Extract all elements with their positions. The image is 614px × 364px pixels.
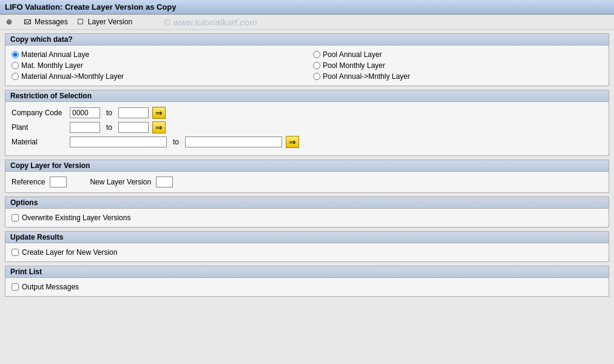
section-print-list-body: Output Messages: [5, 278, 609, 296]
layer-version-label: Layer Version: [88, 18, 132, 26]
section-update-results-body: Create Layer for New Version: [5, 243, 609, 261]
radio-mat-annual-layer[interactable]: Material Annual Laye: [12, 50, 301, 59]
section-copy-layer: Copy Layer for Version Reference New Lay…: [5, 160, 609, 193]
messages-icon: 🖂: [22, 16, 33, 27]
checkbox-overwrite-label: Overwrite Existing Layer Versions: [22, 214, 130, 222]
radio-mat-monthly-layer-label: Mat. Monthly Layer: [21, 61, 83, 70]
to-label-company-code: to: [106, 109, 112, 117]
radio-mat-monthly-layer[interactable]: Mat. Monthly Layer: [12, 61, 301, 70]
radio-mat-annual-monthly-input[interactable]: [12, 73, 19, 80]
layer-version-icon: ☐: [75, 16, 86, 27]
toolbar-messages[interactable]: 🖂 Messages: [22, 16, 68, 27]
arrow-btn-material[interactable]: ⇒: [286, 136, 299, 148]
label-plant: Plant: [12, 123, 66, 132]
radio-pool-annual-monthly[interactable]: Pool Annual->Mnthly Layer: [313, 72, 602, 81]
radio-mat-annual-layer-input[interactable]: [12, 51, 19, 58]
toolbar-back[interactable]: ⊕: [4, 16, 15, 27]
section-restriction-title: Restriction of Selection: [5, 90, 609, 102]
checkbox-overwrite-item[interactable]: Overwrite Existing Layer Versions: [12, 214, 602, 222]
arrow-btn-plant[interactable]: ⇒: [152, 121, 166, 133]
input-company-code-from[interactable]: [70, 107, 100, 118]
checkbox-create-layer-item[interactable]: Create Layer for New Version: [12, 248, 602, 257]
section-print-list-title: Print List: [5, 266, 609, 278]
toolbar: ⊕ 🖂 Messages ☐ Layer Version © www.tutor…: [0, 15, 614, 30]
toolbar-layer-version[interactable]: ☐ Layer Version: [75, 16, 132, 27]
row-material: Material to ⇒: [12, 136, 602, 148]
radio-pool-annual-monthly-label: Pool Annual->Mnthly Layer: [323, 72, 410, 81]
messages-label: Messages: [35, 18, 68, 26]
row-plant: Plant to ⇒: [12, 121, 602, 133]
to-label-plant: to: [106, 123, 112, 132]
radio-mat-annual-monthly[interactable]: Material Annual->Monthly Layer: [12, 72, 301, 81]
section-options-title: Options: [5, 197, 609, 209]
radio-pool-monthly-layer[interactable]: Pool Monthly Layer: [313, 61, 602, 70]
input-material-to[interactable]: [185, 136, 282, 147]
copy-layer-row: Reference New Layer Version: [12, 177, 602, 187]
radio-group-copy: Material Annual Laye Pool Annual Layer M…: [12, 50, 602, 81]
new-layer-label: New Layer Version: [90, 178, 151, 186]
section-options-body: Overwrite Existing Layer Versions: [5, 209, 609, 227]
input-company-code-to[interactable]: [118, 107, 149, 118]
checkbox-output-messages-label: Output Messages: [22, 283, 79, 291]
label-company-code: Company Code: [12, 109, 66, 117]
section-update-results-title: Update Results: [5, 232, 609, 243]
radio-pool-annual-monthly-input[interactable]: [313, 73, 320, 80]
arrow-btn-company-code[interactable]: ⇒: [152, 107, 166, 119]
radio-mat-monthly-layer-input[interactable]: [12, 62, 19, 69]
checkbox-create-layer-label: Create Layer for New Version: [22, 248, 117, 257]
radio-mat-annual-monthly-label: Material Annual->Monthly Layer: [21, 72, 124, 81]
title-text: LIFO Valuation: Create Layer Version as …: [5, 2, 176, 12]
checkbox-output-messages[interactable]: [12, 283, 19, 291]
to-label-material: to: [173, 138, 179, 146]
input-new-layer-version[interactable]: [156, 177, 173, 187]
radio-pool-monthly-layer-input[interactable]: [313, 62, 320, 69]
section-update-results: Update Results Create Layer for New Vers…: [5, 231, 609, 262]
reference-label: Reference: [12, 178, 45, 186]
radio-mat-annual-layer-label: Material Annual Laye: [21, 50, 89, 59]
radio-pool-annual-layer[interactable]: Pool Annual Layer: [313, 50, 602, 59]
label-material: Material: [12, 138, 66, 146]
radio-pool-annual-layer-label: Pool Annual Layer: [323, 50, 382, 59]
input-plant-to[interactable]: [118, 122, 149, 133]
radio-pool-annual-layer-input[interactable]: [313, 51, 320, 58]
section-copy-layer-title: Copy Layer for Version: [5, 160, 609, 172]
section-copy-data: Copy which data? Material Annual Laye Po…: [5, 33, 609, 86]
checkbox-create-layer[interactable]: [12, 249, 19, 256]
section-restriction-body: Company Code to ⇒ Plant to ⇒ Material to: [5, 102, 609, 155]
input-material-from[interactable]: [70, 136, 167, 147]
watermark: © www.tutorialkart.com: [164, 17, 257, 27]
section-options: Options Overwrite Existing Layer Version…: [5, 197, 609, 228]
back-icon: ⊕: [4, 16, 15, 27]
main-content: Copy which data? Material Annual Laye Po…: [0, 30, 614, 300]
section-copy-data-body: Material Annual Laye Pool Annual Layer M…: [5, 46, 609, 86]
section-copy-layer-body: Reference New Layer Version: [5, 172, 609, 192]
input-reference[interactable]: [50, 177, 67, 187]
row-company-code: Company Code to ⇒: [12, 107, 602, 119]
section-copy-data-title: Copy which data?: [5, 34, 609, 46]
radio-pool-monthly-layer-label: Pool Monthly Layer: [323, 61, 385, 70]
checkbox-overwrite[interactable]: [12, 214, 19, 221]
title-bar: LIFO Valuation: Create Layer Version as …: [0, 0, 614, 15]
input-plant-from[interactable]: [70, 122, 100, 133]
section-print-list: Print List Output Messages: [5, 266, 609, 297]
checkbox-output-messages-item[interactable]: Output Messages: [12, 283, 602, 291]
section-restriction: Restriction of Selection Company Code to…: [5, 90, 609, 156]
